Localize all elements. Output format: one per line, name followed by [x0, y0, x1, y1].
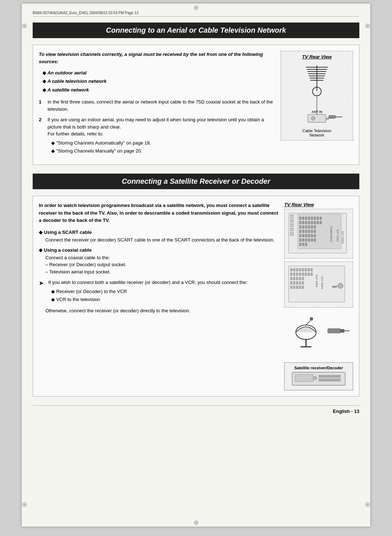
svg-rect-39 — [299, 226, 301, 228]
coaxial-section: Using a coaxial cable Connect a coaxial … — [39, 247, 278, 276]
arrow-bullets: Receiver (or Decoder) to the VCR VCR to … — [51, 288, 247, 304]
svg-text:COMPONENT: COMPONENT — [330, 226, 332, 243]
svg-rect-110 — [328, 329, 340, 333]
svg-rect-81 — [299, 273, 301, 276]
svg-rect-51 — [299, 234, 301, 237]
svg-rect-59 — [305, 239, 307, 241]
svg-rect-100 — [302, 286, 304, 289]
svg-rect-26 — [308, 217, 310, 220]
section1-box: To view television channels correctly, a… — [33, 45, 359, 165]
tv-back-svg-2: EXT 3/AV3 EXT 4/AV4 ANT IN — [287, 264, 348, 304]
svg-rect-84 — [308, 273, 310, 276]
svg-rect-21 — [290, 232, 293, 235]
reg-mark-tl: ⊕ — [22, 22, 27, 30]
svg-rect-42 — [308, 226, 310, 228]
section2-title: Connecting a Satellite Receiver or Decod… — [33, 174, 359, 189]
section2-content: In order to watch television programmes … — [39, 202, 353, 390]
arrow-section: ➤ If you wish to connect both a satellit… — [39, 279, 278, 304]
svg-text:ANT IN: ANT IN — [311, 110, 322, 114]
section1-title: Connecting to an Aerial or Cable Televis… — [33, 23, 359, 38]
svg-rect-23 — [299, 217, 301, 220]
svg-rect-86 — [290, 277, 292, 280]
ref1: "Storing Channels Automatically" on page… — [51, 139, 275, 147]
svg-text:EXT 1/AV1: EXT 1/AV1 — [336, 230, 339, 242]
svg-rect-97 — [293, 286, 295, 289]
svg-rect-88 — [296, 277, 298, 280]
svg-text:EXT 2/AV2: EXT 2/AV2 — [342, 231, 344, 244]
coaxial-sub1: – Receiver (or Decoder) output socket. — [45, 262, 126, 267]
svg-rect-33 — [305, 221, 307, 224]
bullet-item-2: A cable television network — [42, 77, 275, 85]
svg-rect-71 — [293, 268, 295, 271]
svg-rect-53 — [305, 234, 307, 237]
step2-text: If you are using an indoor aerial, you m… — [48, 117, 264, 130]
arrow-content: If you wish to connect both a satellite … — [48, 279, 247, 304]
svg-rect-98 — [296, 286, 298, 289]
svg-rect-114 — [295, 374, 313, 382]
section2-diagram: TV Rear View — [284, 202, 353, 390]
tv-back-panel-1: COMPONENT EXT 1/AV1 EXT 2/AV2 — [284, 209, 353, 259]
coaxial-text: Connect a coaxial cable to the: – Receiv… — [45, 254, 278, 276]
step2-content: If you are using an indoor aerial, you m… — [48, 116, 275, 155]
svg-rect-25 — [305, 217, 307, 220]
arrow-text1: If you wish to connect both a satellite … — [48, 280, 247, 285]
svg-rect-94 — [299, 281, 301, 284]
satellite-receiver-label: Satellite receiver/Decoder — [287, 366, 350, 370]
arrow-sub1: Receiver (or Decoder) to the VCR — [51, 288, 247, 296]
svg-rect-116 — [319, 379, 340, 381]
svg-rect-93 — [296, 281, 298, 284]
svg-rect-60 — [308, 239, 310, 241]
svg-rect-63 — [299, 243, 301, 246]
step1-text: In the first three cases, connect the ae… — [48, 98, 275, 113]
svg-rect-44 — [314, 226, 316, 228]
svg-rect-90 — [302, 277, 304, 280]
section2-intro: In order to watch television programmes … — [39, 202, 278, 224]
step2-refs: "Storing Channels Automatically" on page… — [51, 139, 275, 155]
svg-rect-54 — [308, 234, 310, 237]
svg-rect-115 — [319, 375, 340, 378]
svg-rect-95 — [302, 281, 304, 284]
tv-back-panel-2: EXT 3/AV3 EXT 4/AV4 ANT IN — [284, 261, 353, 308]
header-text: BN68-00746A(GAIA2_Euro_ENG) 2004/08/23 0… — [33, 11, 138, 15]
svg-rect-79 — [293, 273, 295, 276]
section1-main: To view television channels correctly, a… — [39, 51, 275, 159]
aerial-illustration: ANT IN or — [288, 62, 346, 127]
satellite-dish-svg — [284, 310, 350, 358]
svg-point-109 — [310, 317, 313, 320]
svg-point-12 — [311, 117, 315, 120]
step2-sub1: For further details, refer to: — [48, 131, 103, 137]
step1: 1 In the first three cases, connect the … — [39, 98, 275, 113]
svg-point-104 — [338, 283, 343, 288]
svg-rect-62 — [314, 239, 316, 241]
bullet-item-1: An outdoor aerial — [42, 69, 275, 77]
svg-rect-65 — [305, 243, 307, 246]
svg-rect-92 — [293, 281, 295, 284]
svg-rect-28 — [314, 217, 316, 220]
arrow-sub2: VCR to the television — [51, 296, 247, 304]
svg-rect-55 — [311, 234, 313, 237]
arrow-icon: ➤ — [39, 279, 45, 304]
svg-rect-83 — [305, 273, 307, 276]
reg-mark-bc: ⊕ — [193, 519, 199, 527]
section1-diagram: TV Rear View — [281, 51, 353, 159]
svg-rect-87 — [293, 277, 295, 280]
svg-rect-24 — [302, 217, 304, 220]
svg-rect-45 — [299, 230, 301, 233]
svg-rect-50 — [314, 230, 316, 233]
svg-rect-75 — [305, 268, 307, 271]
svg-rect-27 — [311, 217, 313, 220]
svg-rect-99 — [299, 286, 301, 289]
tv-rear-diagram-1: TV Rear View — [281, 51, 353, 141]
svg-rect-96 — [290, 286, 292, 289]
svg-rect-41 — [305, 226, 307, 228]
svg-rect-48 — [308, 230, 310, 233]
svg-rect-76 — [308, 268, 310, 271]
svg-rect-56 — [314, 234, 316, 237]
tv-rear-label-1: TV Rear View — [284, 54, 350, 60]
tv-rear-label-2: TV Rear View — [284, 202, 353, 207]
svg-rect-64 — [302, 243, 304, 246]
svg-rect-52 — [302, 234, 304, 237]
svg-rect-18 — [290, 219, 293, 222]
svg-rect-49 — [311, 230, 313, 233]
svg-rect-31 — [299, 221, 301, 224]
